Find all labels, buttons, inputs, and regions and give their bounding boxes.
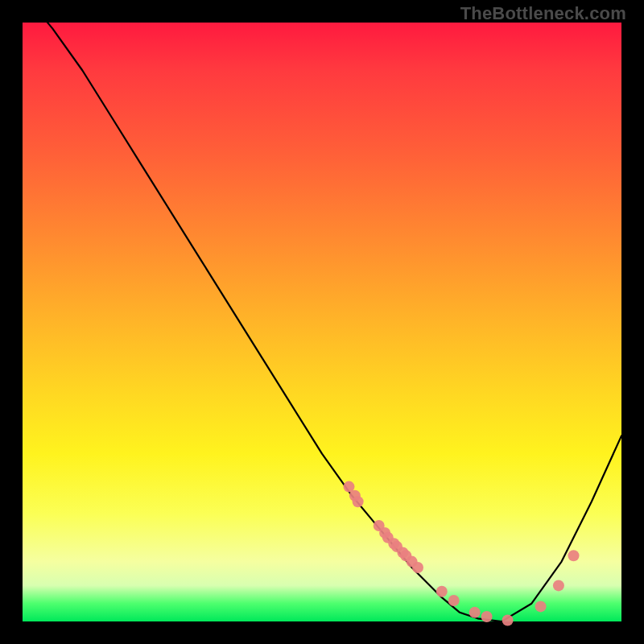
svg-point-15	[481, 611, 493, 622]
svg-point-12	[436, 586, 448, 597]
bottleneck-curve	[23, 0, 621, 621]
svg-point-19	[568, 550, 580, 561]
svg-point-14	[469, 607, 481, 618]
svg-point-2	[353, 496, 364, 507]
data-dots	[344, 481, 580, 626]
plot-area	[23, 23, 621, 621]
svg-point-18	[553, 580, 564, 591]
svg-point-17	[535, 601, 547, 612]
svg-point-13	[448, 595, 460, 606]
chart-frame: TheBottleneck.com	[0, 0, 644, 644]
svg-point-11	[412, 562, 423, 573]
chart-svg	[23, 23, 621, 621]
watermark-text: TheBottleneck.com	[460, 3, 626, 24]
svg-point-16	[502, 615, 514, 626]
